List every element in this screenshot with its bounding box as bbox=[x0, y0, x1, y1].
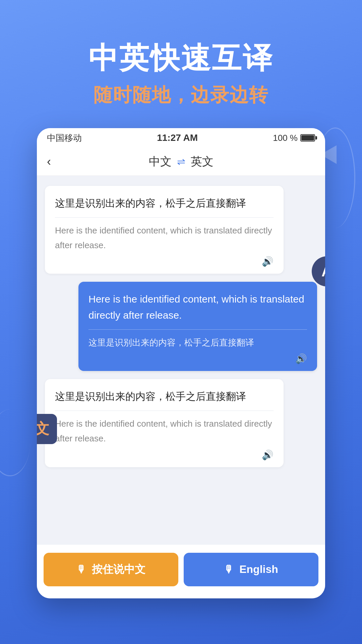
avatar-chinese: 文 bbox=[37, 414, 57, 444]
speak-chinese-label: 按住说中文 bbox=[92, 562, 145, 577]
message-bubble-1: 这里是识别出来的内容，松手之后直接翻译 Here is the identifi… bbox=[45, 186, 284, 274]
avatar-english-label: A bbox=[321, 263, 325, 280]
back-button[interactable]: ‹ bbox=[47, 155, 51, 169]
bubble-1-sound-icon[interactable]: 🔊 bbox=[55, 256, 274, 267]
bubble-1-original: 这里是识别出来的内容，松手之后直接翻译 bbox=[55, 195, 274, 211]
mic-english-icon: 🎙 bbox=[224, 564, 234, 575]
bubble-3-translated: Here is the identified content, which is… bbox=[55, 416, 274, 446]
bubble-3-divider bbox=[55, 411, 274, 411]
nav-title: 中文 ⇌ 英文 bbox=[149, 154, 214, 169]
bubble-1-translated: Here is the identified content, which is… bbox=[55, 223, 274, 253]
nav-bar: ‹ 中文 ⇌ 英文 bbox=[37, 148, 325, 176]
avatar-english: A bbox=[312, 256, 325, 286]
speak-english-label: English bbox=[239, 563, 278, 576]
chat-area: 这里是识别出来的内容，松手之后直接翻译 Here is the identifi… bbox=[37, 176, 325, 545]
carrier-label: 中国移动 bbox=[47, 132, 82, 144]
mic-chinese-icon: 🎙 bbox=[76, 564, 86, 575]
battery-percent: 100 % bbox=[273, 133, 298, 143]
lang-right-label: 英文 bbox=[191, 154, 214, 169]
swap-language-button[interactable]: ⇌ bbox=[177, 156, 185, 167]
bubble-1-divider bbox=[55, 217, 274, 218]
sub-title: 随时随地，边录边转 bbox=[0, 83, 362, 108]
message-bubble-2: Here is the identified content, which is… bbox=[78, 282, 317, 371]
status-bar: 中国移动 11:27 AM 100 % bbox=[37, 128, 325, 148]
bubble-2-original: Here is the identified content, which is… bbox=[88, 291, 307, 323]
page-wrapper: 中英快速互译 随时随地，边录边转 中国移动 11:27 AM 100 % ‹ 中… bbox=[0, 0, 362, 644]
bubble-2-divider bbox=[88, 329, 307, 330]
bubble-2-translated: 这里是识别出来的内容，松手之后直接翻译 bbox=[88, 335, 307, 350]
battery-bar-icon bbox=[300, 134, 315, 142]
battery-fill bbox=[301, 135, 314, 141]
phone-mockup: 中国移动 11:27 AM 100 % ‹ 中文 ⇌ 英文 这里是识别出来的内容… bbox=[37, 128, 325, 598]
bubble-3-sound-icon[interactable]: 🔊 bbox=[55, 449, 274, 461]
time-label: 11:27 AM bbox=[157, 132, 198, 143]
header-section: 中英快速互译 随时随地，边录边转 bbox=[0, 0, 362, 128]
lang-left-label: 中文 bbox=[149, 154, 172, 169]
bubble-3-original: 这里是识别出来的内容，松手之后直接翻译 bbox=[55, 388, 274, 405]
bottom-toolbar: 🎙 按住说中文 🎙 English bbox=[37, 545, 325, 598]
avatar-chinese-label: 文 bbox=[37, 419, 49, 439]
speak-chinese-button[interactable]: 🎙 按住说中文 bbox=[44, 553, 178, 586]
message-bubble-3: 这里是识别出来的内容，松手之后直接翻译 Here is the identifi… bbox=[45, 379, 284, 467]
status-right: 100 % bbox=[273, 133, 315, 143]
main-title: 中英快速互译 bbox=[0, 40, 362, 76]
speak-english-button[interactable]: 🎙 English bbox=[184, 553, 318, 586]
bubble-2-sound-icon[interactable]: 🔊 bbox=[88, 353, 307, 364]
deco-bottom-curve bbox=[0, 409, 30, 476]
